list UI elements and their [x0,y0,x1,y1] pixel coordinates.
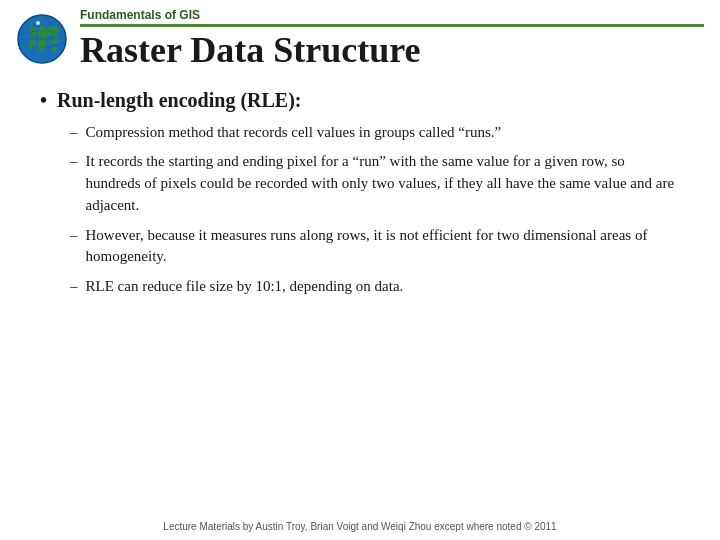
list-item: – Compression method that records cell v… [70,122,680,144]
svg-point-7 [51,47,57,51]
green-line [80,24,704,27]
sub-bullet-text-2: It records the starting and ending pixel… [86,151,681,216]
slide: Fundamentals of GIS Raster Data Structur… [0,0,720,540]
globe-icon [16,13,68,65]
list-item: – However, because it measures runs alon… [70,225,680,269]
sub-bullet-text-4: RLE can reduce file size by 10:1, depend… [86,276,681,298]
content-area: Run-length encoding (RLE): – Compression… [0,71,720,316]
fundamentals-label: Fundamentals of GIS [80,8,704,22]
main-bullet-text: Run-length encoding (RLE): [57,89,301,112]
dash-icon: – [70,276,78,298]
dash-icon: – [70,225,78,247]
header-bar: Fundamentals of GIS Raster Data Structur… [0,0,720,71]
list-item: – It records the starting and ending pix… [70,151,680,216]
sub-bullets-list: – Compression method that records cell v… [40,122,680,298]
sub-bullet-text-3: However, because it measures runs along … [86,225,681,269]
header-right: Fundamentals of GIS Raster Data Structur… [80,8,704,71]
slide-title: Raster Data Structure [80,31,704,71]
svg-point-8 [36,21,40,25]
footer: Lecture Materials by Austin Troy, Brian … [0,521,720,532]
list-item: – RLE can reduce file size by 10:1, depe… [70,276,680,298]
footer-text: Lecture Materials by Austin Troy, Brian … [163,521,556,532]
main-bullet: Run-length encoding (RLE): [40,89,680,112]
dash-icon: – [70,151,78,173]
dash-icon: – [70,122,78,144]
sub-bullet-text-1: Compression method that records cell val… [86,122,681,144]
